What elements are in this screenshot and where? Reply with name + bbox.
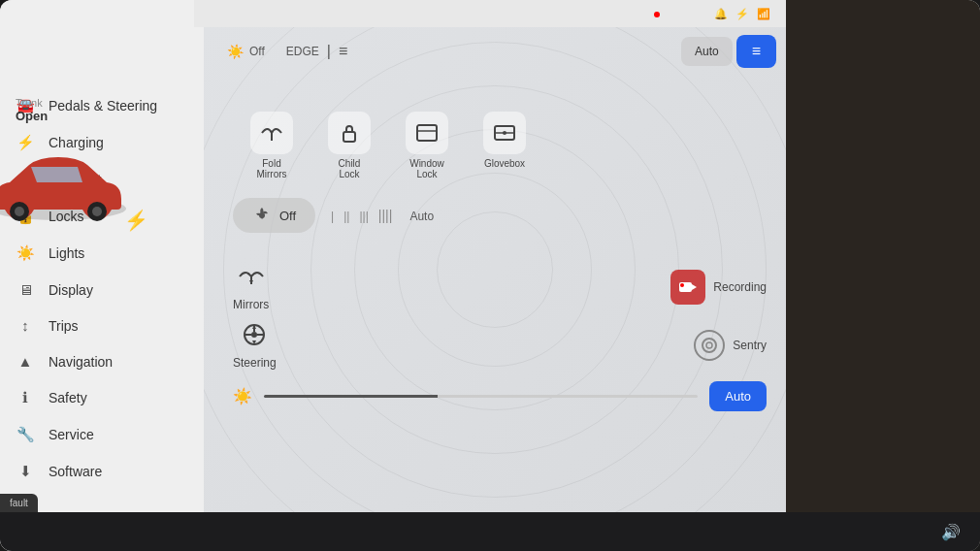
trips-label: Trips (49, 318, 79, 334)
steering-adjust-icon (239, 321, 270, 348)
steering-label: Steering (233, 356, 277, 370)
sentry-icon (694, 330, 725, 361)
navigation-label: Navigation (49, 354, 113, 370)
sidebar-item-safety[interactable]: ℹ Safety (0, 379, 204, 416)
trunk-status: Open (16, 109, 48, 123)
child-lock-icon (328, 112, 371, 154)
window-lock-label: WindowLock (409, 158, 444, 179)
sidebar-item-display[interactable]: 🖥 Display (0, 272, 204, 308)
software-label: Software (49, 464, 102, 479)
auto-label: Auto (695, 45, 719, 58)
pipe-4: |||| (378, 208, 393, 223)
recording-label: Recording (713, 280, 767, 294)
safety-label: Safety (49, 390, 87, 405)
climate-auto-button[interactable]: Auto (709, 381, 767, 411)
bezel-top-right (786, 0, 980, 551)
display-icon: 🖥 (16, 281, 35, 298)
screen: 🔔 ⚡ 📶 Trunk Open ⚡ (0, 0, 980, 551)
off-button[interactable]: ☀️ Off (213, 38, 278, 65)
child-lock-label: ChildLock (339, 158, 361, 179)
brightness-slider[interactable] (264, 395, 698, 398)
mirrors-row: Mirrors Recording (223, 263, 767, 311)
fault-badge: fault (0, 494, 38, 512)
trips-icon: ↕ (16, 317, 35, 334)
pipe-2: || (343, 210, 349, 223)
safety-icon: ℹ (16, 389, 35, 406)
window-lock-icon (406, 112, 448, 154)
volume-icon[interactable]: 🔊 (941, 523, 961, 541)
fan-icon (252, 206, 272, 225)
svg-point-22 (702, 339, 716, 352)
mirrors-adjust-button[interactable]: Mirrors (233, 263, 269, 311)
svg-marker-15 (692, 284, 697, 290)
glovebox-button[interactable]: Glovebox (475, 112, 534, 169)
service-label: Service (49, 427, 94, 442)
pedals-label: Pedals & Steering (49, 98, 157, 113)
auto-button[interactable]: Auto (681, 37, 733, 66)
notification-dot (654, 12, 660, 17)
off-label: Off (249, 45, 265, 58)
svg-point-11 (503, 131, 506, 135)
pipe-1: | (331, 210, 334, 223)
trunk-label: Trunk (16, 97, 48, 109)
recording-icon (670, 270, 705, 305)
fan-speed-indicators: | || ||| |||| Auto (331, 208, 434, 223)
svg-point-16 (680, 283, 684, 287)
fold-mirrors-label: FoldMirrors (256, 158, 286, 179)
headlight-buttons: Auto ≡ (681, 35, 776, 68)
svg-rect-7 (417, 125, 437, 141)
fold-mirrors-icon (250, 112, 293, 154)
car-image (0, 126, 136, 252)
pipe-3: ||| (359, 210, 368, 223)
child-lock-button[interactable]: ChildLock (320, 112, 378, 179)
taskbar: 🔊 (0, 512, 980, 551)
steering-row: Steering Sentry (223, 321, 767, 370)
brightness-row: ☀️ Auto (223, 381, 767, 411)
glovebox-icon (483, 112, 526, 154)
recording-button[interactable]: Recording (670, 270, 767, 305)
window-lock-button[interactable]: WindowLock (398, 112, 456, 179)
car-svg (0, 126, 136, 243)
display-label: Display (49, 282, 93, 298)
bluetooth-icon: ⚡ (735, 8, 749, 20)
headlight-icon: ≡ (752, 43, 761, 60)
mirrors-label: Mirrors (233, 298, 269, 311)
fold-mirrors-button[interactable]: FoldMirrors (243, 112, 301, 179)
sidebar-item-service[interactable]: 🔧 Service (0, 416, 204, 453)
brightness-icon: ☀️ (233, 387, 252, 405)
svg-rect-6 (343, 132, 355, 142)
main-content: ☀️ Off EDGE | ≡ Auto ≡ FoldM (204, 27, 786, 512)
bell-icon: 🔔 (714, 8, 728, 20)
top-controls: ☀️ Off EDGE | ≡ Auto ≡ (213, 35, 776, 68)
software-icon: ⬇ (16, 463, 35, 480)
climate-auto-label: Auto (725, 389, 751, 404)
steering-adjust-button[interactable]: Steering (233, 321, 277, 370)
status-bar: 🔔 ⚡ 📶 (194, 0, 786, 27)
divider-2: ≡ (339, 43, 347, 60)
sidebar-item-software[interactable]: ⬇ Software (0, 453, 204, 490)
sidebar-item-navigation[interactable]: ▲ Navigation (0, 343, 204, 379)
signal-icon: 📶 (757, 8, 770, 20)
svg-point-23 (706, 342, 712, 348)
fault-label: fault (10, 498, 28, 508)
mirrors-adjust-icon (236, 263, 267, 290)
fan-row: Off | || ||| |||| Auto (223, 198, 767, 233)
sidebar: Trunk Open ⚡ 🚘 Pedals & S (0, 0, 204, 551)
sentry-label: Sentry (733, 339, 767, 352)
icon-grid: FoldMirrors ChildLock WindowLock Glovebo… (223, 112, 534, 179)
trunk-info: Trunk Open (16, 97, 48, 123)
divider-1: | (327, 43, 331, 60)
service-icon: 🔧 (16, 426, 35, 443)
lightning-bolt: ⚡ (124, 209, 148, 232)
edge-label: EDGE (286, 45, 319, 58)
navigation-icon: ▲ (16, 353, 35, 370)
sentry-button[interactable]: Sentry (694, 330, 767, 361)
svg-point-4 (92, 207, 102, 216)
sidebar-item-trips[interactable]: ↕ Trips (0, 308, 204, 343)
fan-off-label: Off (279, 209, 296, 223)
glovebox-label: Glovebox (484, 158, 525, 169)
svg-point-2 (15, 207, 24, 216)
headlight-active-button[interactable]: ≡ (736, 35, 776, 68)
fan-off-button[interactable]: Off (233, 198, 315, 233)
fan-auto-label: Auto (409, 210, 434, 223)
